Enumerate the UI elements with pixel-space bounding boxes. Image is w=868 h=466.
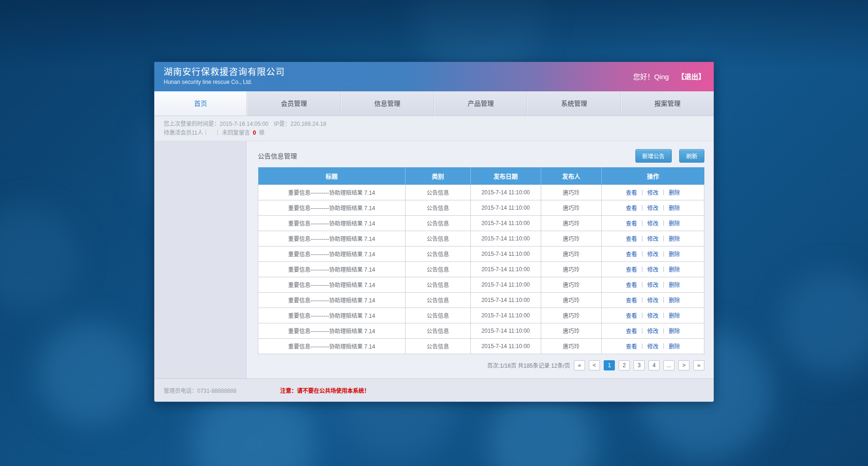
- cell-title: 重要信息----------协助理赔结果 7.14: [258, 231, 406, 246]
- header-category: 类别: [405, 167, 470, 185]
- cell-date: 2015-7-14 11:10:00: [470, 308, 541, 323]
- unreplied-count-badge: 0: [252, 130, 258, 136]
- page-button-ellipsis[interactable]: ...: [663, 360, 675, 370]
- table-row: 重要信息----------协助理赔结果 7.14 公告信息 2015-7-14…: [258, 200, 704, 215]
- delete-link[interactable]: 删除: [668, 343, 680, 350]
- edit-link[interactable]: 修改: [647, 251, 658, 258]
- cell-operations: 查看｜修改｜删除: [601, 261, 704, 277]
- cell-category: 公告信息: [405, 215, 470, 231]
- link-separator: ｜: [661, 220, 666, 227]
- panel-footer: 管理员电话：0731-88888888 注意：请不要在公共场使用本系统！: [154, 378, 714, 402]
- main-area: 公告信息管理 新增公告 刷新 标题 类别 发布日期: [247, 141, 714, 378]
- table-row: 重要信息----------协助理赔结果 7.14 公告信息 2015-7-14…: [258, 323, 704, 338]
- company-name-en: Hunan security line rescue Co., Ltd.: [164, 79, 714, 85]
- edit-link[interactable]: 修改: [647, 282, 658, 288]
- view-link[interactable]: 查看: [626, 236, 637, 242]
- cell-title: 重要信息----------协助理赔结果 7.14: [258, 185, 406, 200]
- view-link[interactable]: 查看: [626, 343, 637, 350]
- delete-link[interactable]: 删除: [668, 220, 680, 227]
- nav-tab-members[interactable]: 会员管理: [247, 91, 340, 116]
- edit-link[interactable]: 修改: [647, 220, 658, 227]
- header-operations: 操作: [601, 167, 704, 185]
- edit-link[interactable]: 修改: [647, 236, 658, 242]
- pagination-bar: 页次:1/16页 共185条记录 12条/页 «<1234...>»: [258, 360, 704, 370]
- cell-publisher: 唐巧玲: [541, 338, 601, 354]
- delete-link[interactable]: 删除: [668, 205, 680, 212]
- cell-operations: 查看｜修改｜删除: [601, 185, 704, 200]
- page-button-last[interactable]: »: [693, 360, 704, 370]
- delete-link[interactable]: 删除: [668, 297, 680, 304]
- view-link[interactable]: 查看: [626, 205, 637, 212]
- cell-category: 公告信息: [405, 185, 470, 200]
- cell-title: 重要信息----------协助理赔结果 7.14: [258, 261, 406, 277]
- cell-category: 公告信息: [405, 200, 470, 215]
- delete-link[interactable]: 删除: [668, 267, 680, 273]
- edit-link[interactable]: 修改: [647, 343, 658, 350]
- toolbar: 新增公告 刷新: [630, 149, 704, 163]
- page-button-page-4[interactable]: 4: [648, 360, 660, 370]
- user-area: 您好！Qing 【退出】: [633, 71, 705, 81]
- refresh-button[interactable]: 刷新: [679, 149, 704, 163]
- page-button-next[interactable]: >: [678, 360, 689, 370]
- link-separator: ｜: [639, 236, 645, 242]
- view-link[interactable]: 查看: [626, 251, 637, 258]
- delete-link[interactable]: 删除: [668, 236, 680, 242]
- top-shade-decoration: [0, 0, 868, 70]
- view-link[interactable]: 查看: [626, 220, 637, 227]
- edit-link[interactable]: 修改: [647, 205, 658, 212]
- view-link[interactable]: 查看: [626, 267, 637, 273]
- delete-link[interactable]: 删除: [668, 251, 680, 258]
- status-bar: 您上次登录的时间是：2015-7-16 14:05:00 IP是：220.169…: [154, 116, 714, 141]
- table-row: 重要信息----------协助理赔结果 7.14 公告信息 2015-7-14…: [258, 185, 704, 200]
- nav-tab-system[interactable]: 系统管理: [527, 91, 620, 116]
- view-link[interactable]: 查看: [626, 297, 637, 304]
- edit-link[interactable]: 修改: [647, 328, 658, 335]
- page-button-page-2[interactable]: 2: [619, 360, 630, 370]
- content-area: 公告信息管理 新增公告 刷新 标题 类别 发布日期: [154, 141, 714, 378]
- table-row: 重要信息----------协助理赔结果 7.14 公告信息 2015-7-14…: [258, 308, 704, 323]
- delete-link[interactable]: 删除: [668, 328, 680, 335]
- delete-link[interactable]: 删除: [668, 282, 680, 288]
- link-separator: ｜: [661, 297, 666, 304]
- view-link[interactable]: 查看: [626, 328, 637, 335]
- cell-category: 公告信息: [405, 308, 470, 323]
- delete-link[interactable]: 删除: [668, 190, 680, 196]
- cell-category: 公告信息: [405, 323, 470, 338]
- view-link[interactable]: 查看: [626, 282, 637, 288]
- edit-link[interactable]: 修改: [647, 190, 658, 196]
- user-greeting: 您好！Qing: [633, 73, 669, 81]
- page-button-page-1[interactable]: 1: [604, 360, 615, 370]
- page-button-prev[interactable]: <: [589, 360, 600, 370]
- edit-link[interactable]: 修改: [647, 267, 658, 273]
- cell-category: 公告信息: [405, 292, 470, 308]
- link-separator: ｜: [661, 190, 666, 196]
- cell-publisher: 唐巧玲: [541, 308, 601, 323]
- page-button-page-3[interactable]: 3: [634, 360, 645, 370]
- link-separator: ｜: [661, 205, 666, 212]
- security-notice: 注意：请不要在公共场使用本系统！: [280, 386, 370, 394]
- view-link[interactable]: 查看: [626, 190, 637, 196]
- add-announcement-button[interactable]: 新增公告: [635, 149, 672, 163]
- cell-date: 2015-7-14 11:10:00: [470, 200, 541, 215]
- cell-publisher: 唐巧玲: [541, 246, 601, 261]
- delete-link[interactable]: 删除: [668, 313, 680, 319]
- cell-publisher: 唐巧玲: [541, 231, 601, 246]
- table-row: 重要信息----------协助理赔结果 7.14 公告信息 2015-7-14…: [258, 338, 704, 354]
- nav-tab-home[interactable]: 首页: [154, 91, 247, 116]
- view-link[interactable]: 查看: [626, 313, 637, 319]
- cell-operations: 查看｜修改｜删除: [601, 215, 704, 231]
- link-separator: ｜: [639, 343, 645, 350]
- nav-tab-reports[interactable]: 报案管理: [621, 91, 714, 116]
- cell-date: 2015-7-14 11:10:00: [470, 231, 541, 246]
- edit-link[interactable]: 修改: [647, 297, 658, 304]
- section-header: 公告信息管理 新增公告 刷新: [258, 149, 704, 163]
- link-separator: ｜: [661, 328, 666, 335]
- desktop-background: 湖南安行保救援咨询有限公司 Hunan security line rescue…: [0, 0, 868, 466]
- nav-tab-products[interactable]: 产品管理: [434, 91, 527, 116]
- page-button-first[interactable]: «: [574, 360, 585, 370]
- nav-tab-info[interactable]: 信息管理: [341, 91, 434, 116]
- table-row: 重要信息----------协助理赔结果 7.14 公告信息 2015-7-14…: [258, 292, 704, 308]
- logout-button[interactable]: 【退出】: [677, 73, 705, 81]
- edit-link[interactable]: 修改: [647, 313, 658, 319]
- link-separator: ｜: [639, 205, 645, 212]
